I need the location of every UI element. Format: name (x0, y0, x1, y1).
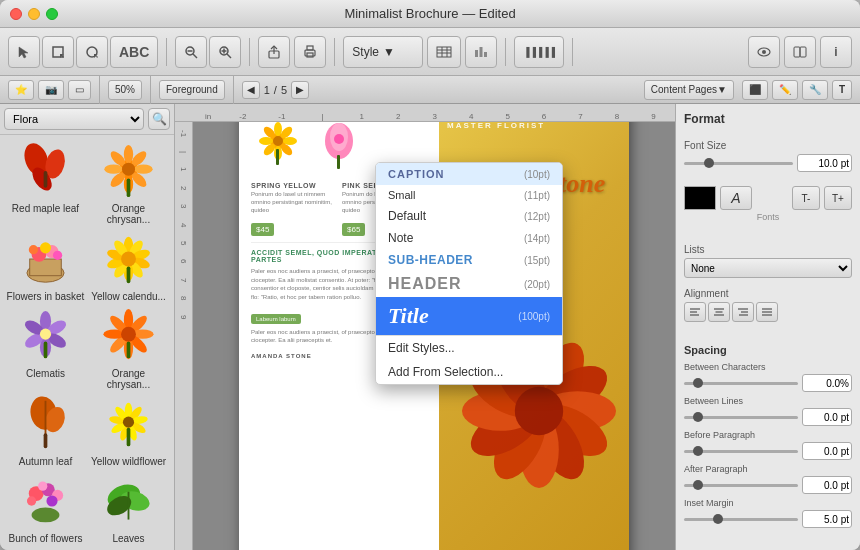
chart-button[interactable] (465, 36, 497, 68)
inset-margin-thumb (713, 514, 723, 524)
note-label: Note (388, 231, 413, 245)
list-item[interactable]: Orange chrysan... (89, 306, 168, 390)
fonts-section: A T- T+ Fonts (684, 186, 852, 222)
inset-margin-label: Inset Margin (684, 498, 852, 508)
sep4 (505, 38, 506, 66)
between-lines-thumb (693, 412, 703, 422)
image-label: Yellow wildflower (91, 456, 166, 467)
svg-rect-17 (437, 47, 451, 57)
font-size-input[interactable] (797, 154, 852, 172)
select-tool-button[interactable] (8, 36, 40, 68)
list-item[interactable]: Autumn leaf (6, 394, 85, 467)
between-chars-label: Between Characters (684, 362, 852, 372)
svg-rect-70 (44, 342, 48, 359)
format-bar-button[interactable]: ▐▐▐▐▐ (514, 36, 564, 68)
print-button[interactable] (294, 36, 326, 68)
search-button[interactable]: 🔍 (148, 108, 170, 130)
between-lines-input[interactable] (802, 408, 852, 426)
panel-toggle-2[interactable]: ✏️ (772, 80, 798, 100)
svg-line-6 (193, 54, 197, 58)
close-button[interactable] (10, 8, 22, 20)
font-face-button[interactable]: A (720, 186, 752, 210)
between-chars-slider[interactable] (684, 382, 798, 385)
list-item[interactable]: Red maple leaf (6, 141, 85, 225)
shape-button[interactable]: ▭ (68, 80, 91, 100)
inset-margin-slider[interactable] (684, 518, 798, 521)
style-note-item[interactable]: Note (14pt) (376, 227, 562, 249)
rect-select-button[interactable] (42, 36, 74, 68)
bunch-flowers-icon (13, 471, 78, 531)
svg-point-48 (40, 242, 51, 253)
lists-select[interactable]: None (684, 258, 852, 278)
main-toolbar: ABC Style ▼ (0, 28, 860, 76)
content-pages-select[interactable]: Content Pages ▼ (644, 80, 734, 100)
svg-point-69 (40, 329, 51, 340)
font-size-slider[interactable] (684, 162, 793, 165)
edit-styles-item[interactable]: Edit Styles... (376, 336, 562, 360)
after-para-input[interactable] (802, 476, 852, 494)
info-button[interactable]: i (820, 36, 852, 68)
svg-rect-24 (484, 52, 487, 57)
align-left-button[interactable] (684, 302, 706, 322)
panel-toggle-3[interactable]: 🔧 (802, 80, 828, 100)
svg-point-100 (46, 495, 57, 506)
prev-page-button[interactable]: ◀ (242, 81, 260, 99)
svg-point-79 (121, 327, 136, 342)
style-dropdown[interactable]: Style ▼ (343, 36, 423, 68)
panel-toggle-4[interactable]: T (832, 80, 852, 100)
list-item[interactable]: Yellow wildflower (89, 394, 168, 467)
zoom-select[interactable]: 50% (108, 80, 142, 100)
sidebar-category-select[interactable]: Flora (4, 108, 144, 130)
layer-select[interactable]: Foreground (159, 80, 225, 100)
after-para-label: After Paragraph (684, 464, 852, 474)
minimize-button[interactable] (28, 8, 40, 20)
add-from-selection-item[interactable]: Add From Selection... (376, 360, 562, 384)
note-size: (14pt) (524, 233, 550, 244)
sep6 (99, 76, 100, 104)
font-grow-button[interactable]: T+ (824, 186, 852, 210)
between-lines-slider[interactable] (684, 416, 798, 419)
style-dropdown-menu[interactable]: CAPTION (10pt) Small (11pt) Default (12p… (375, 162, 563, 385)
align-right-button[interactable] (732, 302, 754, 322)
list-item[interactable]: Flowers in basket (6, 229, 85, 302)
oval-select-button[interactable] (76, 36, 108, 68)
before-para-slider[interactable] (684, 450, 798, 453)
title-size: (100pt) (518, 311, 550, 322)
zoom-out-button[interactable] (175, 36, 207, 68)
style-default-item[interactable]: Default (12pt) (376, 205, 562, 227)
main-window: Minimalist Brochure — Edited ABC (0, 0, 860, 550)
align-center-button[interactable] (708, 302, 730, 322)
next-page-button[interactable]: ▶ (291, 81, 309, 99)
photo-button[interactable]: 📷 (38, 80, 64, 100)
media-icon-button[interactable]: ⭐ (8, 80, 34, 100)
list-item[interactable]: Orange chrysan... (89, 141, 168, 225)
pages-button[interactable] (784, 36, 816, 68)
style-label: Style (352, 45, 379, 59)
table-button[interactable] (427, 36, 461, 68)
style-subheader-item[interactable]: SUB-HEADER (15pt) (376, 249, 562, 271)
list-item[interactable]: Clematis (6, 306, 85, 390)
svg-rect-23 (480, 47, 483, 57)
style-header-item[interactable]: HEADER (20pt) (376, 271, 562, 297)
text-tool-button[interactable]: ABC (110, 36, 158, 68)
after-para-slider[interactable] (684, 484, 798, 487)
orange-chrys2-icon (96, 306, 161, 366)
list-item[interactable]: Yellow calendu... (89, 229, 168, 302)
view-toggle-button[interactable] (748, 36, 780, 68)
panel-toggle-1[interactable]: ⬛ (742, 80, 768, 100)
style-title-item[interactable]: Title (100pt) (376, 297, 562, 335)
font-color-preview[interactable] (684, 186, 716, 210)
title-label: Title (388, 303, 429, 329)
font-shrink-button[interactable]: T- (792, 186, 820, 210)
maximize-button[interactable] (46, 8, 58, 20)
share-button[interactable] (258, 36, 290, 68)
between-chars-input[interactable] (802, 374, 852, 392)
align-justify-button[interactable] (756, 302, 778, 322)
list-item[interactable]: Leaves (89, 471, 168, 544)
zoom-in-button[interactable] (209, 36, 241, 68)
list-item[interactable]: Bunch of flowers (6, 471, 85, 544)
inset-margin-input[interactable] (802, 510, 852, 528)
style-caption-item[interactable]: CAPTION (10pt) (376, 163, 562, 185)
style-small-item[interactable]: Small (11pt) (376, 185, 562, 205)
before-para-input[interactable] (802, 442, 852, 460)
